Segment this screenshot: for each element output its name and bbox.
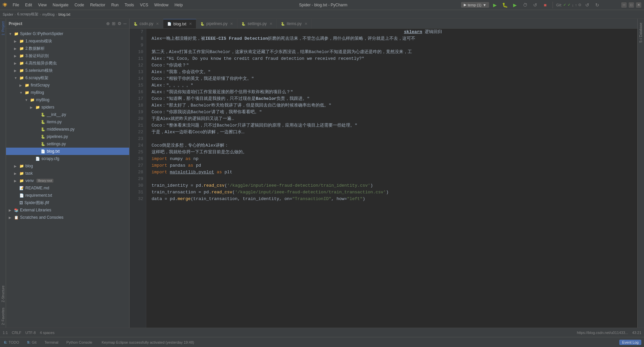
menu-edit[interactable]: Edit: [22, 2, 35, 8]
tree-arrow: ▼: [19, 91, 23, 95]
project-panel: Project ⊕ ⊞ ⚙ ─ ▼ 📁 Spider G:\Python\Spi…: [6, 19, 130, 328]
right-panel-icons: 5:√ Database: [637, 19, 644, 328]
git-push-icon[interactable]: ↑: [575, 3, 577, 7]
tab-items[interactable]: 🐍 items.py ✕: [277, 19, 312, 28]
bottom-tab-git[interactable]: 9: Git: [26, 340, 38, 344]
panel-settings-icon[interactable]: ⚙: [118, 21, 122, 26]
close-button[interactable]: ✕: [636, 2, 641, 8]
status-line-col[interactable]: 1:1: [3, 331, 8, 335]
tree-item-items[interactable]: ▶ 🐍 items.py: [6, 118, 129, 126]
tree-item-data[interactable]: ▶ 📁 2.数据解析: [6, 45, 129, 52]
coverage-button[interactable]: ▶: [511, 1, 519, 9]
menu-code[interactable]: Code: [72, 2, 87, 8]
tree-item-icon[interactable]: ▶ 🖼 Spider图标.jfif: [6, 199, 129, 206]
vtab-project[interactable]: 1: Project: [0, 19, 6, 38]
tree-item-blog[interactable]: ▶ 📄 blog.txt: [6, 148, 129, 155]
tree-item-spider[interactable]: ▼ 📁 Spider G:\Python\Spider: [6, 30, 129, 37]
tree-item-venv[interactable]: ▶ 📁 venv library root: [6, 177, 129, 184]
tab-close-pipelines[interactable]: ✕: [230, 22, 233, 26]
line-numbers: 7 8 9 10 11 12 13 14 15 16 17 18 19 20 2…: [130, 29, 146, 328]
panel-hide-icon[interactable]: ─: [124, 21, 127, 26]
menu-help[interactable]: Help: [172, 2, 186, 8]
git-history-icon[interactable]: ⊙: [578, 3, 581, 7]
tree-item-readme[interactable]: ▶ 📝 README.md: [6, 184, 129, 192]
maximize-button[interactable]: □: [629, 2, 634, 8]
stop-button[interactable]: ■: [541, 1, 549, 9]
code-line-32: data = pd.merge(train_transaction, train…: [152, 196, 632, 202]
tree-item-myblog-inner[interactable]: ▼ 📁 myBlog: [6, 96, 129, 104]
tree-item-requirements[interactable]: ▶ 📄 requirement.txt: [6, 192, 129, 199]
tree-item-ext-libs[interactable]: ▶ 📚 External Libraries: [6, 206, 129, 214]
tab-settings[interactable]: 🐍 settings.py ✕: [237, 19, 276, 28]
tree-item-requests[interactable]: ▶ 📁 1.requests模块: [6, 37, 129, 45]
tree-item-middlewares[interactable]: ▶ 🐍 middlewares.py: [6, 126, 129, 133]
status-encoding[interactable]: UTF-8: [25, 331, 36, 335]
bottom-tab-todo[interactable]: 6: TODO: [3, 340, 20, 344]
tree-item-init[interactable]: ▶ 🐍 __init__.py: [6, 111, 129, 118]
vtab-favorites[interactable]: 2: Favorites: [0, 305, 6, 328]
tree-item-task[interactable]: ▶ 📁 task: [6, 170, 129, 177]
menu-navigate[interactable]: Navigate: [50, 2, 71, 8]
tab-close-settings[interactable]: ✕: [269, 22, 272, 26]
tree-arrow: ▶: [9, 216, 13, 219]
status-indent[interactable]: 4 spaces: [40, 331, 54, 335]
vtab-structure[interactable]: Z-Structure: [0, 283, 6, 305]
vtab-database[interactable]: 5:√ Database: [638, 20, 643, 45]
tree-item-pipelines[interactable]: ▶ 🐍 pipelines.py: [6, 133, 129, 140]
code-line-23: [152, 136, 632, 142]
tab-close-items[interactable]: ✕: [304, 22, 307, 26]
tree-item-spiders[interactable]: ▶ 📁 spiders: [6, 104, 129, 111]
run-config-dropdown[interactable]: ▶ temp (1) ▼: [461, 2, 489, 8]
menu-tools[interactable]: Tools: [122, 2, 137, 8]
tab-pipelines[interactable]: 🐍 pipelines.py ✕: [196, 19, 237, 28]
code-line-31: train_transaction = pd.read_csv('/kaggle…: [152, 189, 632, 196]
breadcrumb-scrapy[interactable]: 6.scrapy框架: [17, 12, 38, 17]
menu-vcs[interactable]: VCS: [137, 2, 151, 8]
menu-window[interactable]: Window: [152, 2, 171, 8]
run-button[interactable]: ▶: [491, 1, 499, 9]
bottom-tab-terminal[interactable]: Terminal: [43, 340, 60, 344]
panel-collapse-icon[interactable]: ⊞: [112, 21, 116, 26]
menu-file[interactable]: File: [10, 2, 22, 8]
minimize-button[interactable]: ─: [621, 2, 627, 8]
redo-button[interactable]: ↻: [593, 1, 601, 9]
tab-csdn[interactable]: 🐍 csdn.py ✕: [130, 19, 163, 28]
status-url: https://blog.csdn.net/u011433...: [577, 331, 628, 335]
tab-close-blog[interactable]: ✕: [189, 22, 192, 26]
editor-content[interactable]: 7 8 9 10 11 12 13 14 15 16 17 18 19 20 2…: [130, 29, 637, 328]
status-crlf[interactable]: CRLF: [12, 331, 21, 335]
breadcrumb-myblog[interactable]: myBlog: [42, 12, 55, 16]
menu-run[interactable]: Run: [109, 2, 121, 8]
lib-icon: 📚: [14, 208, 19, 212]
code-line-13: Alex："我靠，你会说中文。": [152, 69, 632, 75]
menu-view[interactable]: View: [35, 2, 49, 8]
breadcrumb-current: blog.txt: [58, 12, 70, 16]
git-status: Git: ✓ ✓ ↓ ↑ ⊙: [556, 3, 581, 7]
reload-button[interactable]: ↺: [531, 1, 539, 9]
tree-item-scrapy-cfg[interactable]: ▶ 📄 scrapy.cfg: [6, 155, 129, 162]
tree-item-async[interactable]: ▶ 📁 4.高性能异步爬虫: [6, 59, 129, 67]
tree-arrow: ▶: [30, 106, 34, 109]
menu-refactor[interactable]: Refactor: [87, 2, 108, 8]
bottom-tab-python-console[interactable]: Python Console: [65, 340, 94, 344]
event-log-button[interactable]: Event Log: [619, 340, 641, 345]
undo-button[interactable]: ↺: [583, 1, 591, 9]
breadcrumb-spider[interactable]: Spider: [3, 12, 13, 16]
tree-item-scrapy[interactable]: ▼ 📁 6.scrapy框架: [6, 74, 129, 81]
tree-item-verify[interactable]: ▶ 📁 3.验证码识别: [6, 52, 129, 59]
tree-item-firstscrapy[interactable]: ▶ 📁 firstScrapy: [6, 81, 129, 89]
profile-button[interactable]: ⏱: [521, 1, 529, 9]
tab-close-csdn[interactable]: ✕: [156, 22, 159, 26]
tab-blog[interactable]: 📄 blog.txt ✕: [163, 19, 196, 28]
code-line-28: import matplotlib.pyplot as plt: [152, 169, 632, 176]
git-update-icon[interactable]: ↓: [572, 3, 574, 7]
tree-item-blog-folder[interactable]: ▶ 📁 blog: [6, 162, 129, 170]
folder-icon: 📁: [25, 91, 29, 95]
tree-item-settings[interactable]: ▶ 🐍 settings.py: [6, 140, 129, 148]
debug-button[interactable]: 🐛: [501, 1, 509, 9]
tree-item-scratches[interactable]: ▶ 📋 Scratches and Consoles: [6, 214, 129, 221]
code-editor[interactable]: sklearn 逻辑回归 Alex一晚上都没睡好觉，被IEEE-CIS Frau…: [146, 29, 637, 328]
panel-locate-icon[interactable]: ⊕: [106, 21, 110, 26]
tree-item-selenium[interactable]: ▶ 📁 5.selenium模块: [6, 67, 129, 74]
tree-item-myblog-outer[interactable]: ▼ 📁 myBlog: [6, 89, 129, 96]
